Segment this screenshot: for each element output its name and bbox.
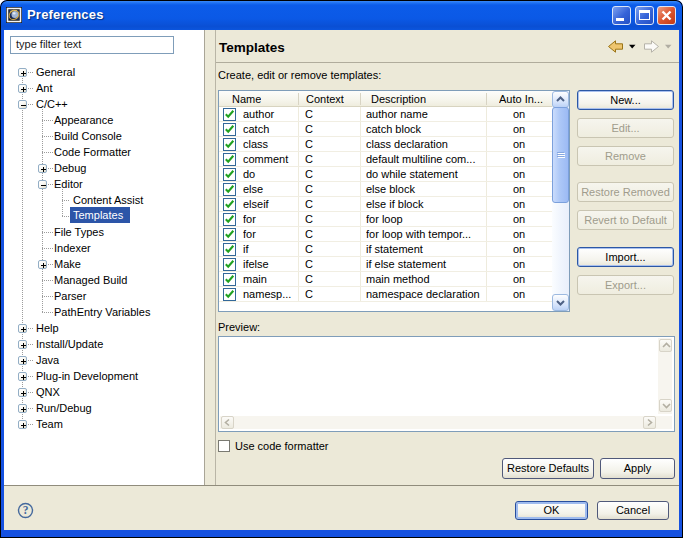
svg-text:?: ? (23, 504, 29, 516)
